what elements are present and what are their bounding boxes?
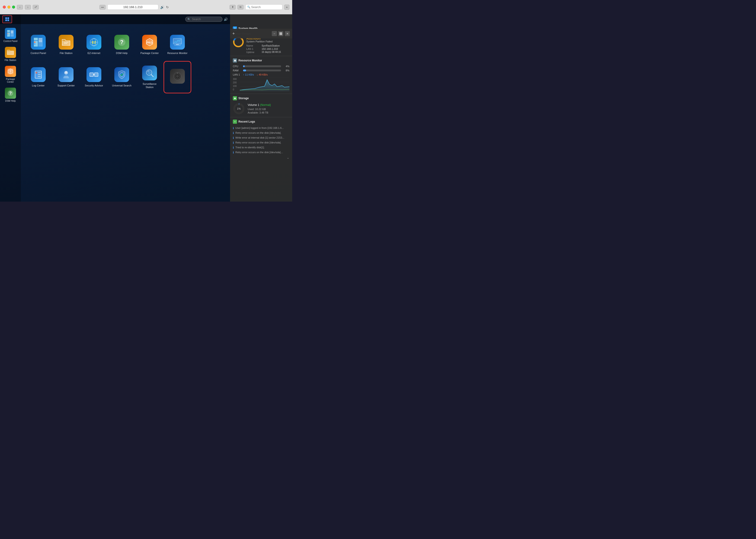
app-item-support-center[interactable]: Support Center [53,62,79,92]
storage-used: Used: 10.22 GB [248,107,289,112]
health-uptime-key: Uptime [246,51,260,53]
maximize-button[interactable] [12,6,15,9]
svg-rect-0 [7,30,10,32]
sidebar-toggle-button[interactable]: ☍ [33,5,39,10]
storage-text: Volume 1 (Normal) Used: 10.22 GB Availab… [248,103,289,114]
app-label-log-center: Log Center [32,84,45,87]
log-text-2: Write error at internal disk [1] sector … [236,136,284,139]
panel-close-button[interactable]: ✕ [285,31,290,36]
svg-rect-30 [176,44,179,45]
resource-monitor-section: ▦ Resource Monitor CPU 4% RAM 8% [230,56,292,94]
cpu-bar-bg [243,65,281,67]
app-item-high-availability[interactable]: Security Advisor [81,62,107,92]
address-bar-area: ••• 192.168.1.210 🔊 ↻ [41,4,228,10]
nav-forward-button[interactable]: › [25,5,31,10]
minimize-button[interactable] [7,6,10,9]
security-advisor-icon [114,67,129,82]
taskbar-volume-icon[interactable]: 🔊 [224,17,228,21]
svg-point-6 [7,33,8,34]
share-button[interactable]: ⬆ [230,5,236,10]
log-text-5: Retry error occurs on the disk [/dev/sda… [236,151,283,154]
dsm-panel: + − ⬜ ✕ ℹ System Health Storage Manager [230,14,292,201]
sidebar-item-file-station[interactable]: File Station [2,45,19,63]
ram-bar-bg [243,69,281,71]
app-item-universal-search[interactable]: Surveillance Station [137,62,162,92]
app-item-security-advisor[interactable]: Universal Search [109,62,135,92]
svg-point-7 [7,34,8,35]
health-ip-value: 192.168.1.210 [262,47,278,50]
app-item-log-center[interactable]: Log Center [26,62,51,92]
storage-section: ◉ Storage 1% Volume 1 (Normal) Used: 10.… [230,94,292,117]
svg-rect-20 [64,42,68,42]
lan-down-speed: ↓ 49 KB/s [257,73,268,76]
svg-rect-42 [94,73,98,76]
cpu-label: CPU [233,65,241,68]
svg-point-37 [36,76,37,77]
panel-add-icon[interactable]: + [233,31,235,36]
ram-pct: 8% [283,69,289,72]
app-item-resource-monitor[interactable]: Resource Monitor [165,30,190,60]
sidebar-item-dsm-help[interactable]: ? DSM Help [2,86,19,104]
panel-restore-button[interactable]: ⬜ [278,31,283,36]
dsm-taskbar: 🔍 🔊 [0,14,230,24]
svg-rect-31 [174,45,181,45]
reload-button[interactable]: ↻ [166,5,169,9]
dsm-desktop: Control Panel File Station [21,14,230,201]
log-info-icon-5: ℹ [233,151,234,154]
svg-rect-12 [34,38,38,40]
nav-back-button[interactable]: ‹ [17,5,23,10]
cpu-bar-fill [243,65,245,67]
log-scroll-indicator[interactable]: ⌄ [233,156,289,159]
app-item-file-station[interactable]: File Station [53,30,79,60]
dsm-help-icon: ? [114,35,129,49]
logs-icon: ≡ [233,119,237,124]
storage-icon: ◉ [233,96,237,100]
app-item-package-center[interactable]: PKG Package Center [137,30,162,60]
recent-logs-title: ≡ Recent Logs [233,119,289,124]
app-item-control-panel[interactable]: Control Panel [26,30,51,60]
dots-menu-button[interactable]: ••• [100,5,106,10]
log-item-4: ℹ Tried to re-identify disk[1]. [233,145,289,150]
app-label-security-advisor: Universal Search [112,84,132,87]
lan-speeds: ↑ 11 KB/s ↓ 49 KB/s [243,73,268,76]
panel-minimize-button[interactable]: − [272,31,277,36]
health-subtitle-text: System Partition Failed [246,40,289,43]
app-item-dsm-help[interactable]: ? DSM Help [109,30,135,60]
lan-label: LAN 1 [233,73,241,76]
app-label-support-center: Support Center [57,84,75,87]
high-availability-icon [86,67,101,82]
sidebar-item-control-panel[interactable]: Control Panel [2,26,19,44]
close-button[interactable] [3,6,6,9]
app-grid: Control Panel File Station [21,25,230,97]
health-lan-key: LAN 1 [246,47,260,50]
log-info-icon-3: ℹ [233,141,234,144]
storage-available: Available: 3.48 TB [248,111,289,114]
lan-up-speed: ↑ 11 KB/s [243,73,254,76]
sidebar-control-panel-label: Control Panel [3,40,18,42]
health-name-key: Name [246,44,260,47]
storage-title: ◉ Storage [233,96,289,100]
duplicate-tab-button[interactable]: ⧉ [237,5,243,10]
dsm-sidebar: Control Panel File Station ? [0,14,21,201]
svg-point-18 [34,41,36,43]
lan-row: LAN 1 ↑ 11 KB/s ↓ 49 KB/s [233,73,289,76]
search-icon: 🔍 [247,6,250,9]
ram-bar-fill [243,69,246,71]
sidebar-file-station-label: File Station [5,59,16,62]
app-label-dsm-help: DSM Help [116,51,128,55]
apps-grid-button[interactable] [2,15,12,23]
app-item-ez-internet[interactable]: EZ EZ-Internet [81,30,107,60]
speaker-icon: 🔊 [160,5,164,9]
taskbar-search-input[interactable] [185,17,223,22]
address-field[interactable]: 192.168.1.210 [107,4,158,10]
sidebar-item-package-center[interactable]: ? Package Center [2,64,19,85]
chart-y-labels: 300 200 100 0 [233,77,240,91]
log-info-icon-0: ℹ [233,126,234,130]
package-center-icon: PKG [142,35,157,49]
add-tab-button[interactable]: + [284,5,289,10]
ez-internet-icon: EZ [86,35,101,49]
storage-pct-label: 1% [237,107,241,110]
browser-search-input[interactable] [245,4,282,10]
app-item-surveillance-station[interactable] [165,62,190,92]
mini-chart: 300 200 100 0 [233,77,289,91]
